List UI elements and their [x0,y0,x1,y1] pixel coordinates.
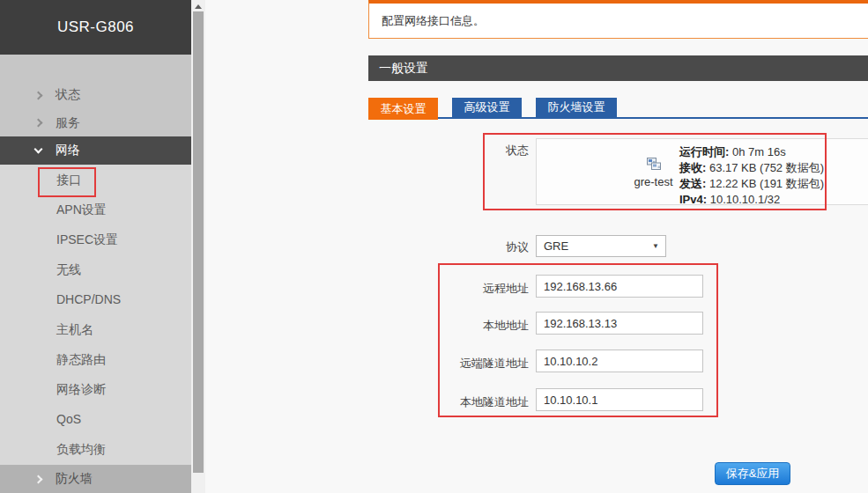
local-address-label: 本地地址 [405,318,529,334]
sidebar-item-label: 防火墙 [56,471,93,487]
router-admin-screen: USR-G806 状态 服务 网络 接口 APN设置 IPSEC设置 无线 DH… [0,0,868,493]
sidebar-item-label: 服务 [56,115,80,131]
page-notice: 配置网络接口信息。 [368,0,868,39]
submenu-item-diagnostics[interactable]: 网络诊断 [0,374,191,404]
section-header: 一般设置 [368,55,868,81]
sidebar-item-status[interactable]: 状态 [0,81,191,109]
submenu-item-ipsec[interactable]: IPSEC设置 [0,224,191,254]
submenu-item-wireless[interactable]: 无线 [0,254,191,284]
local-tunnel-address-label: 本地隧道地址 [405,394,529,410]
protocol-select[interactable]: GRE ▼ [536,235,666,257]
sidebar-item-label: 状态 [56,87,80,103]
submenu-item-interfaces[interactable]: 接口 [0,165,191,195]
notice-text: 配置网络接口信息。 [382,13,485,29]
submenu-item-dhcp-dns[interactable]: DHCP/DNS [0,284,191,314]
chevron-right-icon [34,119,43,128]
protocol-selected-value: GRE [544,239,568,253]
stat-uptime: 运行时间: 0h 7m 16s [679,144,824,160]
scrollbar-thumb[interactable] [193,11,204,473]
scroll-up-arrow-icon[interactable] [195,4,202,9]
submenu-item-load-balancing[interactable]: 负载均衡 [0,434,191,464]
remote-tunnel-address-label: 远端隧道地址 [405,356,529,372]
protocol-label: 协议 [441,239,529,255]
submenu-item-static-routes[interactable]: 静态路由 [0,344,191,374]
sidebar-item-network[interactable]: 网络 [0,136,191,165]
local-address-input[interactable] [536,312,703,335]
remote-address-label: 远程地址 [405,281,529,297]
status-cell: gre-test 运行时间: 0h 7m 16s 接收: 63.17 KB (7… [536,138,868,205]
stat-ipv4: IPv4: 10.10.10.1/32 [679,192,824,208]
select-dropdown-arrow-icon: ▼ [652,236,659,256]
sidebar-item-firewall[interactable]: 防火墙 [0,465,191,493]
remote-address-input[interactable] [536,275,703,298]
submenu-item-apn[interactable]: APN设置 [0,195,191,224]
remote-tunnel-address-input[interactable] [536,350,703,372]
submenu-item-qos[interactable]: QoS [0,404,191,434]
status-label: 状态 [441,143,529,158]
tab-underline [368,117,868,119]
sidebar: USR-G806 状态 服务 网络 接口 APN设置 IPSEC设置 无线 DH… [0,0,191,493]
tunnel-interface-icon [646,157,662,172]
network-submenu: 接口 APN设置 IPSEC设置 无线 DHCP/DNS 主机名 静态路由 网络… [0,165,191,465]
sidebar-item-label: 网络 [56,143,80,158]
save-apply-button[interactable]: 保存&应用 [715,462,790,485]
device-title: USR-G806 [0,0,191,55]
stat-tx: 发送: 12.22 KB (191 数据包) [679,176,824,192]
section-title: 一般设置 [379,61,428,75]
tab-firewall-settings[interactable]: 防火墙设置 [536,98,617,117]
chevron-right-icon [34,91,43,99]
local-tunnel-address-input[interactable] [536,388,703,411]
chevron-down-icon [34,145,43,154]
chevron-right-icon [34,475,43,483]
sidebar-item-services[interactable]: 服务 [0,109,191,136]
tab-basic-settings[interactable]: 基本设置 [368,98,438,120]
interface-stats: 运行时间: 0h 7m 16s 接收: 63.17 KB (752 数据包) 发… [679,144,824,208]
tab-advanced-settings[interactable]: 高级设置 [452,98,522,117]
interface-name: gre-test [634,175,672,188]
sidebar-scrollbar[interactable] [191,0,205,493]
submenu-item-hostname[interactable]: 主机名 [0,314,191,344]
stat-rx: 接收: 63.17 KB (752 数据包) [679,160,824,176]
